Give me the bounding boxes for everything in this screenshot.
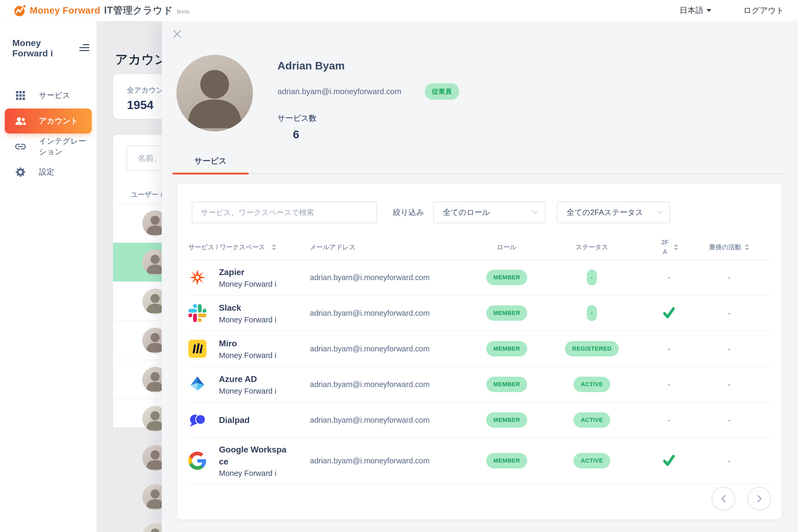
service-email: adrian.byam@i.moneyforward.com bbox=[310, 416, 480, 424]
services-count-label: サービス数 bbox=[278, 113, 459, 124]
services-count-value: 6 bbox=[293, 128, 459, 141]
role-badge: MEMBER bbox=[486, 453, 528, 469]
close-icon[interactable] bbox=[172, 29, 182, 39]
service-row: Azure AD Money Forward i adrian.byam@i.m… bbox=[188, 367, 771, 402]
workspace-name: Money Forward i bbox=[219, 469, 287, 478]
role-filter-select[interactable]: 全てのロール bbox=[433, 202, 546, 223]
role-badge: MEMBER bbox=[486, 270, 528, 285]
last-activity-value: - bbox=[728, 380, 730, 388]
service-name: Azure AD bbox=[219, 373, 287, 385]
sidebar-item-settings[interactable]: 設定 bbox=[5, 159, 92, 185]
service-row: Dialpad adrian.byam@i.moneyforward.com M… bbox=[188, 402, 771, 438]
service-row: Slack Money Forward i adrian.byam@i.mone… bbox=[188, 296, 771, 331]
last-activity-value: - bbox=[728, 309, 730, 317]
tfa-value: - bbox=[668, 416, 670, 424]
sidebar-item-accounts[interactable]: アカウント bbox=[5, 109, 92, 134]
filter-row: 絞り込み 全てのロール 全ての2FAステータス bbox=[188, 184, 771, 223]
user-avatar bbox=[176, 55, 253, 131]
last-activity-value: - bbox=[728, 273, 730, 282]
user-detail-panel: Adrian Byam adrian.byam@i.moneyforward.c… bbox=[162, 21, 798, 532]
role-badge: MEMBER bbox=[486, 412, 528, 428]
slack-logo bbox=[188, 304, 206, 322]
service-name: Google Workspace bbox=[219, 444, 287, 468]
next-page-button[interactable] bbox=[747, 487, 771, 510]
tfa-filter-select[interactable]: 全ての2FAステータス bbox=[557, 202, 670, 223]
grid-icon bbox=[15, 90, 26, 101]
pagination bbox=[711, 487, 771, 510]
service-email: adrian.byam@i.moneyforward.com bbox=[310, 380, 480, 389]
service-name: Miro bbox=[219, 338, 287, 349]
language-selector[interactable]: 日本語 bbox=[679, 5, 711, 16]
status-badge: - bbox=[587, 305, 597, 321]
sort-icon[interactable] bbox=[745, 244, 749, 251]
user-profile-header: Adrian Byam adrian.byam@i.moneyforward.c… bbox=[176, 55, 459, 141]
service-email: adrian.byam@i.moneyforward.com bbox=[310, 456, 480, 465]
service-name: Slack bbox=[219, 302, 287, 314]
dialpad-logo bbox=[188, 411, 206, 429]
brand: Money Forward IT管理クラウド Beta bbox=[14, 4, 189, 17]
sort-icon[interactable] bbox=[674, 244, 678, 251]
service-search-input[interactable] bbox=[200, 208, 369, 217]
column-email: メールアドレス bbox=[310, 243, 480, 251]
sidebar: Money Forward i サービス アカウント bbox=[0, 21, 97, 532]
zapier-logo bbox=[188, 268, 206, 286]
role-badge: MEMBER bbox=[486, 341, 528, 357]
brand-name: Money Forward bbox=[30, 5, 100, 16]
last-activity-value: - bbox=[728, 416, 730, 424]
users-icon bbox=[15, 115, 26, 127]
column-role: ロール bbox=[480, 243, 533, 251]
workspace-name: Money Forward i bbox=[219, 387, 287, 396]
column-status: ステータス bbox=[533, 243, 650, 251]
sidebar-item-services[interactable]: サービス bbox=[5, 83, 92, 108]
header-actions: 日本語 ログアウト bbox=[679, 5, 784, 16]
status-badge: REGISTERED bbox=[565, 341, 619, 357]
workspace-name: Money Forward i bbox=[219, 280, 287, 289]
chevron-down-icon bbox=[657, 210, 663, 215]
column-last-activity: 最後の活動 bbox=[688, 243, 771, 251]
service-row: Google Workspace Money Forward i adrian.… bbox=[188, 438, 771, 484]
tfa-check-icon bbox=[662, 454, 676, 468]
prev-page-button[interactable] bbox=[711, 487, 735, 510]
app-root: Money Forward IT管理クラウド Beta 日本語 ログアウト Mo… bbox=[0, 0, 798, 532]
user-email: adrian.byam@i.moneyforward.com bbox=[278, 87, 401, 96]
service-name: Dialpad bbox=[219, 414, 287, 426]
chevron-down-icon bbox=[532, 210, 538, 215]
sort-icon[interactable] bbox=[272, 244, 276, 251]
tfa-value: - bbox=[668, 380, 670, 388]
employee-badge: 従業員 bbox=[425, 83, 459, 100]
sidebar-collapse-icon[interactable] bbox=[79, 43, 90, 53]
status-badge: ACTIVE bbox=[573, 453, 610, 469]
column-service-workspace: サービス / ワークスペース bbox=[188, 242, 310, 252]
status-badge: - bbox=[587, 269, 597, 285]
panel-tabs: サービス bbox=[172, 156, 787, 174]
gear-icon bbox=[15, 167, 26, 178]
sidebar-item-label: アカウント bbox=[39, 116, 78, 126]
sidebar-item-label: インテグレーション bbox=[39, 136, 92, 157]
top-header: Money Forward IT管理クラウド Beta 日本語 ログアウト bbox=[0, 0, 798, 21]
miro-logo bbox=[188, 340, 206, 358]
role-badge: MEMBER bbox=[486, 305, 528, 321]
services-card: 絞り込み 全てのロール 全ての2FAステータス サービス / ワークスペース メ… bbox=[178, 184, 781, 519]
google-workspace-logo bbox=[188, 452, 206, 470]
workspace-name: Money Forward i bbox=[219, 351, 287, 360]
service-search-box bbox=[192, 202, 377, 223]
sidebar-nav: サービス アカウント インテグレーション 設定 bbox=[0, 83, 97, 185]
service-email: adrian.byam@i.moneyforward.com bbox=[310, 344, 480, 353]
tfa-value: - bbox=[668, 345, 670, 353]
column-2fa: 2FA bbox=[650, 238, 688, 257]
service-email: adrian.byam@i.moneyforward.com bbox=[310, 273, 480, 282]
table-header-row: サービス / ワークスペース メールアドレス ロール ステータス 2FA 最後の… bbox=[188, 235, 771, 260]
service-name: Zapier bbox=[219, 266, 287, 278]
sidebar-item-label: 設定 bbox=[39, 167, 54, 177]
service-row: Miro Money Forward i adrian.byam@i.money… bbox=[188, 331, 771, 367]
language-label: 日本語 bbox=[679, 5, 703, 16]
beta-tag: Beta bbox=[177, 8, 190, 15]
workspace-name: Money Forward i bbox=[219, 316, 287, 324]
logout-button[interactable]: ログアウト bbox=[743, 5, 784, 16]
caret-down-icon bbox=[706, 9, 711, 12]
azure-ad-logo bbox=[188, 375, 206, 394]
sidebar-item-label: サービス bbox=[39, 90, 70, 101]
sidebar-item-integrations[interactable]: インテグレーション bbox=[5, 134, 92, 159]
last-activity-value: - bbox=[728, 345, 730, 353]
tab-services[interactable]: サービス bbox=[172, 156, 249, 173]
